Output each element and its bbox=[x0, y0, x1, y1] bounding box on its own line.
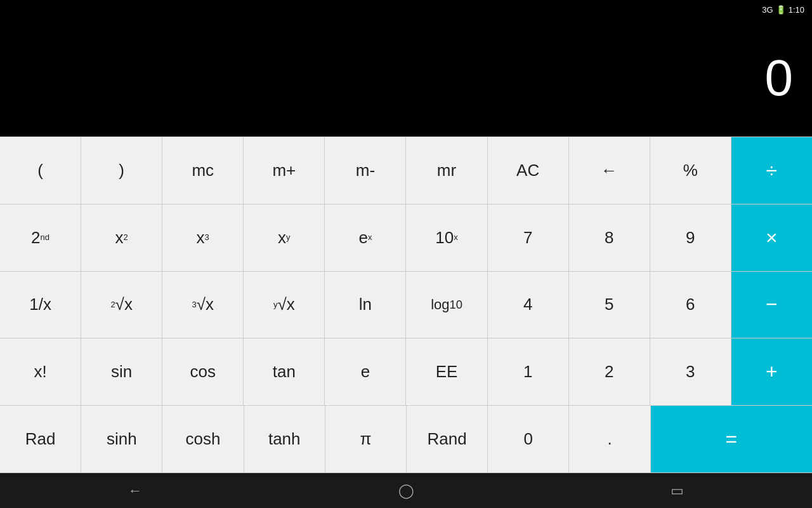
btn-sqrt-y[interactable]: y√x bbox=[244, 272, 325, 338]
recents-button[interactable]: ▭ bbox=[671, 483, 684, 499]
btn-9[interactable]: 9 bbox=[650, 204, 731, 271]
btn-sqrt3[interactable]: 3√x bbox=[162, 272, 244, 338]
btn-tanh[interactable]: tanh bbox=[244, 406, 325, 472]
btn-tan[interactable]: tan bbox=[244, 338, 325, 405]
back-button[interactable]: ← bbox=[128, 483, 142, 499]
btn-e-to-x[interactable]: ex bbox=[325, 204, 406, 271]
btn-ee[interactable]: EE bbox=[406, 338, 487, 405]
btn-10-to-x[interactable]: 10x bbox=[406, 204, 487, 271]
row-1: ( ) mc m+ m- mr AC ← % ÷ bbox=[0, 137, 812, 204]
btn-8[interactable]: 8 bbox=[569, 204, 650, 271]
calculator-keyboard: ( ) mc m+ m- mr AC ← % ÷ 2nd x2 x3 xy ex… bbox=[0, 137, 812, 473]
btn-sin[interactable]: sin bbox=[81, 338, 162, 405]
time-display: 1:10 bbox=[789, 5, 804, 15]
btn-0[interactable]: 0 bbox=[488, 406, 569, 472]
btn-mr[interactable]: mr bbox=[406, 137, 487, 204]
btn-x-cubed[interactable]: x3 bbox=[162, 204, 244, 271]
btn-rad[interactable]: Rad bbox=[0, 406, 81, 472]
display-value: 0 bbox=[765, 49, 794, 107]
btn-cosh[interactable]: cosh bbox=[162, 406, 244, 472]
btn-cos[interactable]: cos bbox=[162, 338, 244, 405]
btn-6[interactable]: 6 bbox=[650, 272, 731, 338]
btn-add[interactable]: + bbox=[731, 338, 812, 405]
btn-e[interactable]: e bbox=[325, 338, 406, 405]
btn-decimal[interactable]: . bbox=[569, 406, 650, 472]
btn-1[interactable]: 1 bbox=[488, 338, 569, 405]
btn-backspace[interactable]: ← bbox=[569, 137, 650, 204]
network-indicator: 3G bbox=[762, 5, 773, 15]
btn-ac[interactable]: AC bbox=[488, 137, 569, 204]
btn-5[interactable]: 5 bbox=[569, 272, 650, 338]
btn-close-paren[interactable]: ) bbox=[81, 137, 162, 204]
row-4: x! sin cos tan e EE 1 2 3 + bbox=[0, 338, 812, 406]
btn-sqrt2[interactable]: 2√x bbox=[81, 272, 162, 338]
btn-divide[interactable]: ÷ bbox=[731, 137, 812, 204]
row-3: 1/x 2√x 3√x y√x ln log10 4 5 6 − bbox=[0, 272, 812, 339]
btn-subtract[interactable]: − bbox=[731, 272, 812, 338]
btn-m-plus[interactable]: m+ bbox=[244, 137, 325, 204]
btn-3[interactable]: 3 bbox=[650, 338, 731, 405]
btn-log10[interactable]: log10 bbox=[406, 272, 487, 338]
calculator-display: 0 bbox=[0, 19, 812, 137]
btn-x-to-y[interactable]: xy bbox=[244, 204, 325, 271]
btn-2[interactable]: 2 bbox=[569, 338, 650, 405]
btn-factorial[interactable]: x! bbox=[0, 338, 81, 405]
btn-4[interactable]: 4 bbox=[488, 272, 569, 338]
status-bar: 3G 🔋 1:10 bbox=[0, 0, 812, 19]
btn-x-squared[interactable]: x2 bbox=[81, 204, 162, 271]
btn-percent[interactable]: % bbox=[650, 137, 731, 204]
btn-ln[interactable]: ln bbox=[325, 272, 406, 338]
btn-pi[interactable]: π bbox=[325, 406, 407, 472]
home-button[interactable]: ◯ bbox=[398, 483, 414, 499]
btn-7[interactable]: 7 bbox=[488, 204, 569, 271]
btn-2nd[interactable]: 2nd bbox=[0, 204, 81, 271]
btn-multiply[interactable]: × bbox=[731, 204, 812, 271]
btn-equals[interactable]: = bbox=[651, 406, 812, 472]
btn-open-paren[interactable]: ( bbox=[0, 137, 81, 204]
battery-icon: 🔋 bbox=[776, 5, 786, 15]
btn-mc[interactable]: mc bbox=[162, 137, 244, 204]
row-2: 2nd x2 x3 xy ex 10x 7 8 9 × bbox=[0, 204, 812, 272]
nav-bar: ← ◯ ▭ bbox=[0, 473, 812, 508]
row-5: Rad sinh cosh tanh π Rand 0 . = bbox=[0, 406, 812, 473]
btn-reciprocal[interactable]: 1/x bbox=[0, 272, 81, 338]
btn-m-minus[interactable]: m- bbox=[325, 137, 406, 204]
btn-rand[interactable]: Rand bbox=[407, 406, 488, 472]
btn-sinh[interactable]: sinh bbox=[81, 406, 162, 472]
